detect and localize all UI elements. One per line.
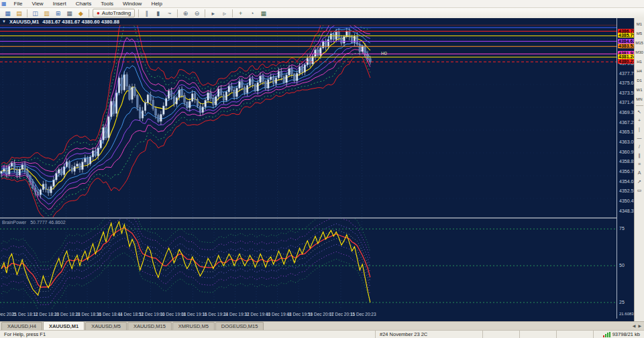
chart-tabs-bar: XAUUSD,H4XAUUSD,M1XAUUSD,M5XAUUSD,M15XMR… bbox=[0, 321, 644, 330]
zoom-in-button[interactable]: ⊕ bbox=[180, 9, 191, 17]
toolbar-separator bbox=[89, 9, 89, 17]
toolbar-separator bbox=[205, 9, 205, 17]
menu-file[interactable]: File bbox=[9, 1, 28, 7]
timeframe-mn-button[interactable]: MN bbox=[635, 95, 644, 104]
chart-tab-xauusd-m5[interactable]: XAUUSD,M5 bbox=[85, 322, 127, 330]
channel-tool-icon[interactable]: ∥ bbox=[635, 151, 644, 160]
metatrader-window: ▦ FileViewInsertChartsToolsWindowHelp ▦▤… bbox=[0, 0, 644, 338]
timeframe-m15-button[interactable]: M15 bbox=[635, 38, 644, 48]
shapes-tool-icon[interactable]: ▭ bbox=[635, 186, 644, 194]
chart-symbol: XAUUSD,M1 bbox=[9, 19, 39, 25]
chart-tab-dogeusd-m15[interactable]: DOGEUSD,M15 bbox=[215, 322, 264, 330]
indicators-button[interactable]: + bbox=[235, 9, 246, 17]
status-empty-segment bbox=[483, 331, 520, 338]
periods-button[interactable]: ◔ bbox=[247, 9, 257, 17]
fibonacci-tool-icon[interactable]: ≡ bbox=[635, 160, 644, 168]
oscillator-panel[interactable] bbox=[0, 219, 616, 310]
time-axis-label: 11 Dec 20:23 bbox=[350, 312, 376, 317]
toolbar-separator bbox=[27, 9, 28, 17]
terminal-button[interactable]: ▦ bbox=[64, 9, 74, 17]
tab-scroll-arrows: ◀▶ bbox=[633, 321, 641, 330]
chart-ohlc: 4381.67 4381.67 4380.60 4380.88 bbox=[42, 19, 119, 25]
status-empty-segment bbox=[557, 331, 594, 338]
market-watch-button[interactable]: ◫ bbox=[30, 9, 40, 17]
oscillator-current-value: 21.6083 bbox=[619, 312, 634, 316]
indicator-label: BrainPower 50.7777 46.8602 bbox=[2, 220, 66, 225]
timeframe-w1-button[interactable]: W1 bbox=[635, 85, 644, 95]
profiles-button[interactable]: ▤ bbox=[14, 9, 24, 17]
data-window-button[interactable]: ▥ bbox=[42, 9, 52, 17]
autotrading-button[interactable]: ●AutoTrading bbox=[93, 9, 135, 17]
menu-view[interactable]: View bbox=[27, 1, 48, 7]
main-price-chart[interactable] bbox=[0, 25, 616, 217]
status-news-text: #24 November 23 2C bbox=[376, 331, 483, 338]
connection-bars-icon bbox=[603, 332, 610, 337]
horizontal-line-label: H0 bbox=[381, 51, 387, 56]
timeframe-m1-button[interactable]: M1 bbox=[635, 19, 644, 29]
tab-scroll-right-icon[interactable]: ▶ bbox=[638, 323, 641, 328]
chart-tab-xauusd-h4[interactable]: XAUUSD,H4 bbox=[1, 322, 42, 330]
toolbar-separator bbox=[232, 9, 233, 17]
right-toolbar-dock: M1M5M15M30H1H4D1W1MN↖+|—/∥≡A↗▭ bbox=[634, 18, 644, 329]
chart-tab-xauusd-m1[interactable]: XAUUSD,M1 bbox=[43, 321, 85, 330]
autotrading-label: AutoTrading bbox=[102, 10, 131, 16]
menu-bar: ▦ FileViewInsertChartsToolsWindowHelp bbox=[0, 0, 644, 8]
timeframe-m30-button[interactable]: M30 bbox=[635, 48, 644, 57]
oscillator-level-label: 75 bbox=[619, 226, 625, 231]
timeframe-h4-button[interactable]: H4 bbox=[635, 66, 644, 76]
bar-chart-mode-button[interactable]: ∥ bbox=[142, 9, 152, 17]
chart-title-bar: ▼ XAUUSD,M1 4381.67 4381.67 4380.60 4380… bbox=[0, 18, 634, 25]
toolbar-separator bbox=[138, 9, 139, 17]
collapse-icon[interactable]: ▼ bbox=[2, 19, 6, 23]
toolbar: ▦▤◫▥⊞▦◆●AutoTrading∥▮~⊕⊖▸▹+◔▦ bbox=[0, 8, 644, 19]
strategy-tester-button[interactable]: ◆ bbox=[76, 9, 86, 17]
app-icon: ▦ bbox=[1, 1, 7, 7]
chart-tab-xmrusd-m5[interactable]: XMRUSD,M5 bbox=[172, 322, 215, 330]
timeframe-d1-button[interactable]: D1 bbox=[635, 76, 644, 85]
candlestick-mode-button[interactable]: ▮ bbox=[153, 9, 163, 17]
menu-window[interactable]: Window bbox=[118, 1, 146, 7]
navigator-button[interactable]: ⊞ bbox=[53, 9, 63, 17]
timeframe-m5-button[interactable]: M5 bbox=[635, 29, 644, 38]
chart-shift-button[interactable]: ▹ bbox=[219, 9, 229, 17]
status-bar: For Help, press F1 #24 November 23 2C 93… bbox=[0, 330, 644, 338]
menu-help[interactable]: Help bbox=[146, 1, 166, 7]
arrow-tool-icon[interactable]: ↗ bbox=[635, 177, 644, 186]
horizontal-line-tool-icon[interactable]: — bbox=[635, 133, 644, 142]
toolbar-separator bbox=[177, 9, 178, 17]
oscillator-level-label: 50 bbox=[619, 263, 625, 268]
timeframe-h1-button[interactable]: H1 bbox=[635, 57, 644, 66]
autotrading-icon: ● bbox=[97, 10, 100, 16]
status-empty-segment bbox=[520, 331, 557, 338]
cursor-tool-icon[interactable]: ↖ bbox=[635, 107, 644, 116]
chart-tab-xauusd-m15[interactable]: XAUUSD,M15 bbox=[127, 322, 172, 330]
status-connection: 93798/21 kb bbox=[594, 331, 644, 338]
time-axis: 11 Dec 202511 Dec 18:1211 Dec 18:2011 De… bbox=[0, 310, 616, 319]
traffic-text: 93798/21 kb bbox=[612, 331, 640, 337]
crosshair-tool-icon[interactable]: + bbox=[635, 116, 644, 125]
zoom-out-button[interactable]: ⊖ bbox=[192, 9, 202, 17]
indicator-name: BrainPower bbox=[2, 220, 26, 225]
chart-window[interactable]: ▼ XAUUSD,M1 4381.67 4381.67 4380.60 4380… bbox=[0, 18, 634, 329]
templates-button[interactable]: ▦ bbox=[258, 9, 268, 17]
oscillator-level-label: 25 bbox=[619, 300, 625, 304]
indicator-values: 50.7777 46.8602 bbox=[30, 220, 66, 225]
new-chart-button[interactable]: ▦ bbox=[3, 9, 13, 17]
status-help-text: For Help, press F1 bbox=[0, 331, 376, 338]
menu-charts[interactable]: Charts bbox=[71, 1, 97, 7]
menu-tools[interactable]: Tools bbox=[96, 1, 118, 7]
trendline-tool-icon[interactable]: / bbox=[635, 142, 644, 151]
price-axis: 4379.854377.754375.654373.554371.454369.… bbox=[616, 18, 634, 319]
dock-divider bbox=[636, 105, 643, 106]
auto-scroll-button[interactable]: ▸ bbox=[208, 9, 218, 17]
text-tool-icon[interactable]: A bbox=[635, 168, 644, 177]
tab-scroll-left-icon[interactable]: ◀ bbox=[633, 323, 636, 328]
line-chart-mode-button[interactable]: ~ bbox=[164, 9, 174, 17]
vertical-line-tool-icon[interactable]: | bbox=[635, 125, 644, 133]
menu-insert[interactable]: Insert bbox=[48, 1, 71, 7]
